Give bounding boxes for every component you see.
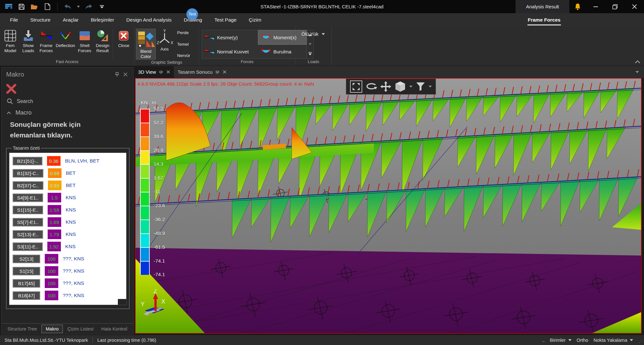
analysis-result-tab[interactable]: Analysis Result [516,0,569,13]
menu-item-structure[interactable]: Structure [24,13,57,27]
status-dots[interactable]: .. [542,338,545,343]
clear-selection-button[interactable] [6,84,129,94]
ribbon-group-forces: Kesme(y) Moment(x) Normal Kuvvet Burulma [199,27,296,65]
open-folder-icon[interactable] [30,3,39,11]
instruction-message: Sonuçları görmek için elemanlara tıklayı… [10,119,110,140]
close-icon [117,29,130,42]
tab-tasarim-sonucu[interactable]: Tasarım Sonucu [174,66,230,78]
force-option-kesme-y[interactable]: Kesme(y) [202,30,258,44]
element-id-button[interactable]: B18[47] [13,291,40,300]
tab-frame-forces[interactable]: Frame Forces [527,13,561,27]
units-dropdown[interactable]: Birimler [550,338,572,343]
menu-item-test-page[interactable]: Test Page [208,13,243,27]
element-id-button[interactable]: S1[15] [13,267,40,275]
legend-entry: 26.9 [140,150,150,164]
app-icon[interactable] [5,3,13,11]
show-loads-icon [22,29,35,42]
design-tags: BLN, LVH, BET [65,158,99,164]
element-id-button[interactable]: S4[9]-E1.. [13,193,43,202]
pin-icon[interactable] [159,70,163,74]
close-tab-icon[interactable] [166,70,170,74]
viewport-3d[interactable]: 4.6.0 NVIDIA 466.11Dpi Scale 2.5 fps: 26… [135,78,642,334]
element-id-button[interactable]: S1[15]-E.. [13,206,43,214]
design-tags: KNS [66,231,76,237]
tab-cizim-listesi[interactable]: Çizim Listesi [64,325,97,333]
close-window-button[interactable] [625,0,644,13]
tab-3d-view[interactable]: 3D View [134,66,174,78]
redo-icon[interactable] [85,3,93,11]
show-loads-button[interactable]: Show Loads [19,29,37,53]
element-id-button[interactable]: S5[7]-E1.. [13,218,43,227]
frame-forces-button[interactable]: Frame Forces [37,29,55,53]
force-option-normal-kuvvet[interactable]: Normal Kuvvet [202,44,258,59]
axis-button[interactable]: Y Z X Axis [156,29,173,51]
pin-icon[interactable] [113,72,121,77]
collapse-ribbon-icon[interactable] [635,61,640,63]
moment-diagram-icon [261,48,271,55]
legend-swatch [140,178,150,192]
menu-item-file[interactable]: File [4,13,24,27]
tab-hata-kontrol[interactable]: Hata Kontrol [98,325,131,333]
element-id-button[interactable]: S2[13] [13,255,40,263]
macro-section-header[interactable]: Macro [7,109,129,116]
legend-entry: -11 [140,192,150,206]
view-cube-icon[interactable] [394,81,406,92]
pin-icon[interactable] [216,70,220,74]
menu-item-design-and-analysis[interactable]: Design And Analysis [120,13,177,27]
ratio-badge: 1.59 [48,205,61,215]
legend-entry: 1.67 [140,178,150,192]
zoom-extents-icon[interactable] [350,80,362,93]
customize-toolbar-icon[interactable] [98,3,106,11]
nervur-button[interactable]: Nervür [175,52,193,59]
fem-model-button[interactable]: Fem Model [1,29,19,53]
menu-item-drawing[interactable]: Test Drawing [178,13,208,27]
filter-icon[interactable] [416,82,425,91]
shell-forces-button[interactable]: Shell Forces [76,29,94,53]
search-icon [7,98,13,104]
tab-list-dropdown-icon[interactable] [636,71,639,73]
design-result-button[interactable]: Design Result [94,29,112,53]
perde-button[interactable]: Perde [175,29,193,36]
design-result-row: B17[45] 100 ???, KNS [13,278,126,288]
menu-item-araclar[interactable]: Araçlar [57,13,85,27]
new-file-icon[interactable] [43,3,52,11]
menu-item-cizim[interactable]: Çizim [243,13,268,27]
element-id-button[interactable]: B1[32]-C.. [13,169,43,178]
design-tags: KNS [66,207,76,213]
close-panel-icon[interactable] [121,72,129,77]
temel-button[interactable]: Temel [175,41,193,48]
resize-grip[interactable]: ⋰ [639,340,643,344]
save-icon[interactable] [17,3,26,11]
ortho-toggle[interactable]: Ortho [577,338,588,343]
undo-dropdown-icon[interactable] [76,3,80,11]
tab-makro[interactable]: Makro [42,325,63,333]
blend-color-button[interactable]: Blend Color [136,29,156,60]
minimize-button[interactable] [586,0,605,13]
design-result-row: S1[15]-E.. 1.59 KNS [13,205,126,215]
snap-dropdown[interactable]: Nokta Yakalama [593,338,633,343]
menu-item-birlesimler[interactable]: Birleşimler [85,13,120,27]
design-result-row: S2[13]-E.. 1.79 KNS [13,229,126,239]
element-id-button[interactable]: B17[45] [13,279,40,288]
tab-structure-tree[interactable]: Structure Tree [4,325,40,333]
view-cube-dropdown-icon[interactable] [409,86,412,88]
legend-swatch [140,247,150,261]
pan-icon[interactable] [380,81,391,92]
status-divider [92,337,93,343]
close-tab-icon[interactable] [223,70,226,74]
element-id-button[interactable]: B2[37]-C.. [13,181,43,190]
element-id-button[interactable]: S3[11]-E.. [13,242,43,251]
axis-y-label: Y [141,301,145,307]
restore-button[interactable] [605,0,625,13]
load-case-dropdown[interactable]: Ölü Yük [297,29,329,37]
orbit-icon[interactable] [365,82,377,91]
close-button[interactable]: Close [114,29,133,48]
design-tags: ???, KNS [63,268,84,274]
element-id-button[interactable]: S2[13]-E.. [13,230,43,239]
element-id-button[interactable]: B21[51]-.. [13,157,43,165]
search-input[interactable] [17,98,100,104]
deflection-button[interactable]: Deflection [55,29,76,48]
filter-dropdown-icon[interactable] [429,86,432,88]
undo-icon[interactable] [63,3,72,11]
notifications-bell-icon[interactable] [569,0,586,13]
